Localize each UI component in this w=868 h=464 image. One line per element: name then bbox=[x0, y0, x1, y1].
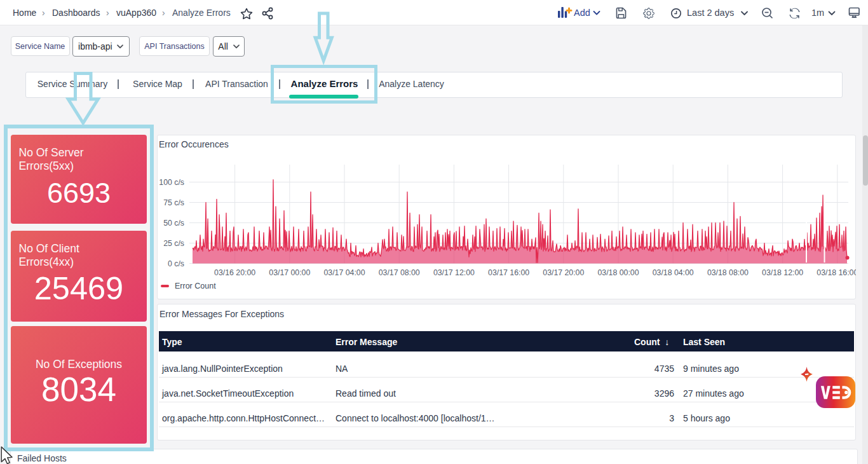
svg-text:03/18 08:00: 03/18 08:00 bbox=[707, 268, 749, 277]
svg-text:03/18 04:00: 03/18 04:00 bbox=[653, 268, 694, 277]
svg-text:03/17 04:00: 03/17 04:00 bbox=[324, 268, 365, 277]
svg-text:25 c/s: 25 c/s bbox=[163, 239, 184, 248]
svg-text:03/17 16:00: 03/17 16:00 bbox=[488, 268, 529, 277]
svg-text:100 c/s: 100 c/s bbox=[159, 178, 184, 187]
svg-text:03/17 00:00: 03/17 00:00 bbox=[269, 268, 310, 277]
svg-text:03/17 08:00: 03/17 08:00 bbox=[379, 268, 420, 277]
svg-text:03/17 12:00: 03/17 12:00 bbox=[433, 268, 475, 277]
svg-text:03/18 00:00: 03/18 00:00 bbox=[598, 268, 639, 277]
svg-text:03/16 20:00: 03/16 20:00 bbox=[214, 268, 255, 277]
svg-text:50 c/s: 50 c/s bbox=[163, 219, 184, 228]
svg-text:0 c/s: 0 c/s bbox=[168, 259, 184, 268]
svg-text:75 c/s: 75 c/s bbox=[163, 198, 184, 207]
svg-text:03/18 12:00: 03/18 12:00 bbox=[762, 268, 803, 277]
svg-text:03/17 20:00: 03/17 20:00 bbox=[543, 268, 584, 277]
svg-text:03/18 16:00: 03/18 16:00 bbox=[817, 268, 856, 277]
